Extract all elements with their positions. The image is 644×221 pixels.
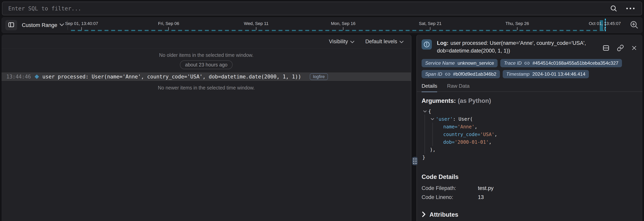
badge-value: unknown_service	[458, 60, 494, 66]
link-icon	[524, 61, 530, 66]
detail-content: Arguments:(as Python) {'user': User(name…	[417, 92, 642, 221]
code-line: {	[422, 108, 638, 115]
code-line: }	[422, 154, 638, 161]
meta-badge-timestamp: Timestamp2024-10-01 13:44:46.414	[503, 70, 589, 78]
code-details-heading: Code Details	[422, 173, 638, 181]
default-levels-dropdown[interactable]: Default levels	[365, 38, 404, 45]
code-detail-row: Code Filepath:test.py	[422, 184, 638, 193]
visibility-dropdown[interactable]: Visibility	[329, 38, 354, 45]
log-list-header: Visibility Default levels	[2, 35, 411, 49]
timeline-tick: Thu, Sep 26	[506, 21, 529, 30]
time-range-dropdown[interactable]: Custom Range	[22, 22, 64, 28]
drag-dots-icon	[413, 159, 416, 164]
timeline-tick: Oct 01, 13:45:07	[589, 21, 621, 30]
chevron-down-icon	[60, 23, 64, 27]
zoom-in-button[interactable]	[628, 19, 640, 31]
chevron-right-icon	[422, 211, 426, 218]
search-icon[interactable]	[610, 4, 618, 12]
indent-guide	[432, 123, 433, 146]
link-icon	[445, 72, 450, 77]
badge-label: Service Name	[425, 60, 455, 66]
diamond-info-icon	[35, 74, 39, 79]
code-detail-label: Code Lineno:	[422, 194, 478, 200]
chevron-down-icon	[400, 38, 404, 45]
timeline-tick: Fri, Sep 06	[158, 21, 179, 30]
default-levels-label: Default levels	[365, 38, 397, 45]
badge-label: Span ID	[425, 71, 442, 77]
badge-row: Service Nameunknown_serviceTrace ID#4545…	[417, 55, 642, 78]
detail-title-prefix: Log:	[437, 40, 448, 46]
badge-value: 2024-10-01 13:44:46.414	[532, 71, 585, 77]
code-line: country_code='USA',	[422, 131, 638, 138]
badge-label: Trace ID	[504, 60, 522, 66]
attributes-heading: Attributes	[430, 211, 458, 218]
info-icon	[422, 39, 432, 49]
log-list-panel: Visibility Default levels No older items…	[2, 35, 411, 221]
time-ago-badge: about 23 hours ago	[180, 60, 232, 69]
detail-header: Log:user processed: User(name='Anne', co…	[417, 35, 642, 55]
logfire-tag: logfire	[310, 73, 328, 80]
time-range-label: Custom Range	[22, 22, 57, 28]
code-detail-row: Code Lineno:13	[422, 193, 638, 202]
meta-badge-trace-id[interactable]: Trace ID#454514c0168a455a51bb4ceba354c32…	[500, 59, 622, 67]
code-line: ),	[422, 146, 638, 154]
meta-badge-service-name: Service Nameunknown_service	[422, 59, 498, 67]
code-detail-value: test.py	[478, 185, 494, 191]
arguments-code: {'user': User(name='Anne',country_code='…	[422, 108, 638, 161]
detail-title-text: user processed: User(name='Anne', countr…	[437, 40, 586, 54]
timeline-bar: Custom Range Sep 01, 13:40:07Fri, Sep 06…	[2, 17, 642, 33]
sql-filter-input[interactable]	[8, 5, 601, 12]
code-detail-label: Code Filepath:	[422, 185, 478, 191]
no-older-items-text: No older items in the selected time wind…	[2, 52, 411, 58]
code-line: name='Anne',	[422, 123, 638, 131]
badge-value: #b0f0d9ed1ab346b2	[453, 71, 496, 77]
collapse-chevron-icon[interactable]	[423, 110, 427, 113]
log-message: user processed: User(name='Anne', countr…	[42, 74, 301, 80]
visibility-label: Visibility	[329, 38, 348, 45]
timeline-tick: Wed, Sep 11	[244, 21, 268, 30]
sql-filter-bar	[2, 1, 642, 15]
panel-resize-handle[interactable]	[412, 157, 418, 165]
badge-value: #454514c0168a455a51bb4ceba354c327	[532, 60, 618, 66]
tab-details[interactable]: Details	[422, 83, 437, 91]
ellipsis-icon[interactable]	[626, 8, 634, 9]
chevron-down-icon	[350, 38, 354, 45]
log-time: 13:44:46	[6, 74, 31, 80]
collapse-chevron-icon[interactable]	[431, 118, 434, 120]
log-detail-panel: Log:user processed: User(name='Anne', co…	[416, 35, 642, 221]
code-line: 'user': User(	[422, 115, 638, 123]
zoom-in-icon	[630, 20, 639, 30]
code-details-rows: Code Filepath:test.pyCode Lineno:13	[422, 184, 638, 202]
code-line: dob='2000-01-01',	[422, 138, 638, 146]
detail-title: Log:user processed: User(name='Anne', co…	[437, 39, 602, 55]
arguments-heading: Arguments:(as Python)	[422, 97, 638, 104]
timeline-strip[interactable]: Sep 01, 13:40:07Fri, Sep 06Wed, Sep 11Mo…	[71, 17, 625, 33]
sidebar-toggle-button[interactable]	[5, 20, 17, 30]
split-view-icon[interactable]	[602, 41, 610, 55]
timeline-tick: Sep 01, 13:40:07	[65, 21, 98, 30]
indent-guide	[424, 115, 425, 154]
link-icon[interactable]	[617, 41, 624, 55]
badge-label: Timestamp	[506, 71, 530, 77]
meta-badge-span-id[interactable]: Span ID#b0f0d9ed1ab346b2	[422, 70, 500, 78]
arguments-subheading: (as Python)	[458, 97, 491, 104]
close-icon[interactable]	[631, 41, 637, 55]
timeline-tick: Mon, Sep 16	[331, 21, 356, 30]
code-detail-value: 13	[478, 194, 484, 200]
log-row[interactable]: 13:44:46 user processed: User(name='Anne…	[2, 72, 411, 81]
panel-left-icon	[8, 21, 15, 29]
tab-raw-data[interactable]: Raw Data	[447, 83, 470, 91]
detail-tabs: DetailsRaw Data	[417, 83, 642, 92]
no-newer-items-text: No newer items in the selected time wind…	[2, 85, 411, 91]
attributes-section-toggle[interactable]: Attributes	[422, 211, 638, 218]
timeline-tick: Sat, Sep 21	[419, 21, 442, 30]
